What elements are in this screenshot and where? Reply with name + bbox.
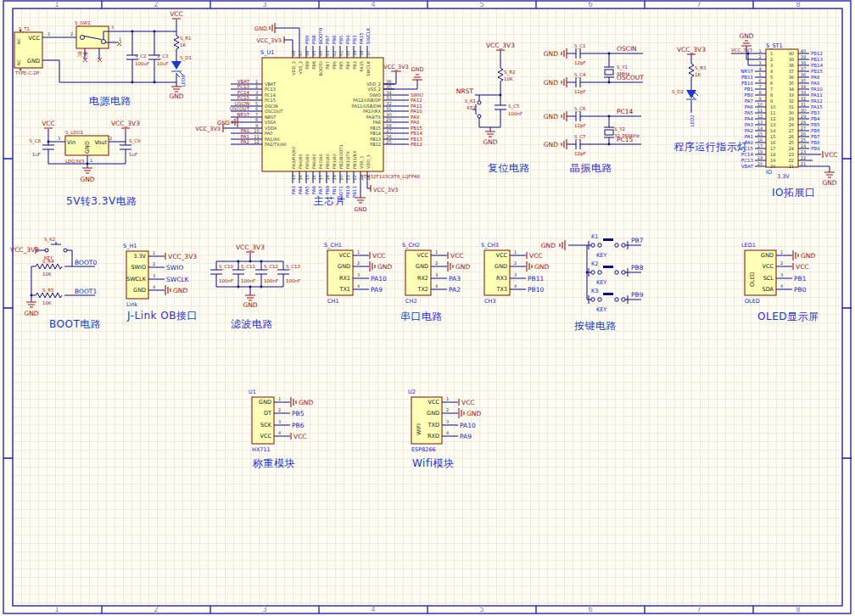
schematic-text: 4 <box>278 430 281 435</box>
schematic-text: PB9 <box>305 61 310 70</box>
schematic-canvas[interactable]: S_T1TYPE-C-2PVCCGNDNCNC1231S_SW1开关S_C210… <box>0 0 855 616</box>
schematic-text: 4 <box>780 283 783 288</box>
schematic-text: VCC_3V3 <box>10 246 39 254</box>
schematic-text: 30 <box>789 110 794 115</box>
schematic-text: 100nF <box>241 278 255 283</box>
schematic-text: GND <box>169 92 183 100</box>
schematic-text: 1 <box>435 249 438 255</box>
schematic-text: VCC_3V3 <box>731 48 752 53</box>
schematic-text: 13 <box>770 122 775 127</box>
schematic-text: PA15 <box>359 61 364 71</box>
schematic-text: 33 <box>789 92 794 98</box>
schematic-text: PA9 <box>811 81 820 86</box>
schematic-text: 4 <box>371 606 375 613</box>
schematic-text: PA5 <box>305 186 310 195</box>
crystal-8mhz[interactable] <box>605 70 613 75</box>
schematic-text: 23 <box>801 149 806 154</box>
schematic-text: PB7 <box>325 61 330 70</box>
schematic-text: 33 <box>386 95 391 100</box>
schematic-text: TX2 <box>416 286 428 293</box>
schematic-text: PB6 <box>292 422 305 429</box>
schematic-text: S_C1 <box>574 43 586 49</box>
schematic-text: 3 <box>770 63 773 68</box>
schematic-text: 27 <box>386 128 391 133</box>
schematic-text: 4 <box>770 69 773 74</box>
schematic-text: BOOT0 <box>318 61 323 76</box>
schematic-text: SWCLK <box>366 27 371 44</box>
schematic-text: S_R4 <box>42 259 54 265</box>
schematic-text: PA2/TX/A0 <box>265 142 287 147</box>
schematic-text: GND <box>133 287 146 294</box>
schematic-text: 晶振电路 <box>570 162 612 174</box>
schematic-text: PB7 <box>325 35 330 44</box>
reset-circuit[interactable] <box>472 50 506 137</box>
junction <box>48 141 50 143</box>
key-buttons-circuit[interactable] <box>560 238 641 304</box>
power-gnd-symbols <box>562 48 567 149</box>
schematic-text: 39 <box>352 51 357 56</box>
schematic-text: 20 <box>338 175 344 180</box>
schematic-text: GND <box>259 399 271 406</box>
schematic-text: PB1 <box>332 186 337 195</box>
schematic-text: S_C11 <box>241 264 255 270</box>
schematic-text: 3 <box>780 272 783 277</box>
schematic-text: 串口电路 <box>400 311 443 322</box>
filter-circuit[interactable] <box>210 252 289 300</box>
schematic-text: 36 <box>801 72 806 77</box>
schematic-text: 1 <box>48 31 50 36</box>
key-contact <box>598 271 601 274</box>
schematic-text: CH2 <box>405 298 417 305</box>
schematic-text: 3 <box>278 419 281 424</box>
schematic-text: 22 <box>789 158 794 163</box>
schematic-text: 6 <box>588 1 592 8</box>
schematic-text: 3 <box>58 136 60 141</box>
wire <box>165 285 170 295</box>
wire <box>291 397 296 407</box>
junction <box>249 260 252 263</box>
schematic-text: S_Y1 <box>617 64 628 70</box>
schematic-text: U2 <box>408 389 416 395</box>
schematic-text: PB4 <box>345 35 350 44</box>
schematic-text: VCC <box>450 252 464 260</box>
schematic-text: 29 <box>789 116 794 121</box>
schematic-text: PB10 <box>528 286 544 294</box>
schematic-text: HX711 <box>252 446 271 453</box>
schematic-text: 程序运行指示灯 <box>673 141 748 153</box>
schematic-text: 13 <box>757 120 763 125</box>
schematic-text: OSCOUT <box>265 109 283 114</box>
schematic-text: 8 <box>255 117 258 122</box>
schematic-text: 46 <box>305 51 310 56</box>
schematic-text: 4 <box>357 283 360 288</box>
schematic-text: NRST <box>237 112 249 117</box>
run-indicator-circuit[interactable] <box>686 54 698 113</box>
schematic-text: 2 <box>109 136 112 141</box>
schematic-text: PB6 <box>332 35 337 44</box>
schematic-text: PB3 <box>352 35 357 44</box>
schematic-text: 47 <box>298 51 303 56</box>
schematic-text: PA6 <box>745 104 754 109</box>
schematic-text: 12 <box>254 139 259 144</box>
wire <box>472 50 506 132</box>
schematic-text: 6 <box>588 606 592 613</box>
schematic-text: PB14 <box>811 63 824 68</box>
schematic-text: GND <box>544 113 558 120</box>
junction <box>260 260 263 263</box>
schematic-text: PB7 <box>811 134 820 139</box>
schematic-text: PA4 <box>745 116 754 121</box>
schematic-text: TXD <box>428 422 439 428</box>
schematic-text: PB5 <box>338 35 344 44</box>
schematic-text: OLED <box>745 298 760 305</box>
schematic-text: Vin <box>67 139 75 146</box>
schematic-text: 40 <box>801 48 806 53</box>
crystal-32khz[interactable] <box>605 130 613 135</box>
schematic-text: S_C9 <box>129 138 141 144</box>
schematic-text: GND <box>455 263 470 271</box>
schematic-text: PC15 <box>265 98 276 103</box>
schematic-text: PC13 <box>238 84 250 89</box>
schematic-text: KEY <box>596 306 606 313</box>
schematic-text: PA12/USB/DP <box>353 98 381 103</box>
junction <box>500 94 502 97</box>
schematic-text: LED0 <box>181 75 186 87</box>
schematic-text: S_D2 <box>672 89 684 95</box>
schematic-text: SCL <box>763 275 774 282</box>
